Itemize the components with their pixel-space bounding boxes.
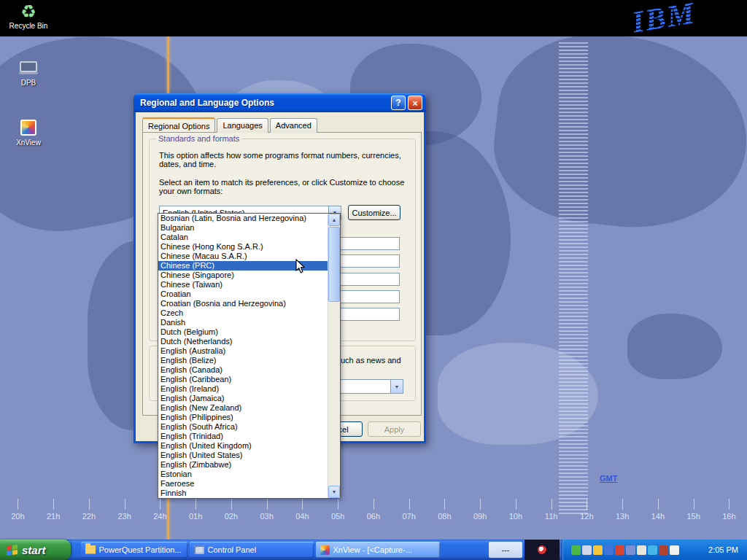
- hour-label: 03h: [256, 512, 278, 521]
- folder-icon: [85, 545, 96, 554]
- language-option[interactable]: English (South Africa): [158, 422, 328, 432]
- scroll-up-icon[interactable]: ▲: [328, 214, 340, 226]
- tray-icons: [571, 545, 708, 555]
- tab-strip: Regional Options Languages Advanced: [142, 118, 319, 133]
- tab-regional-options[interactable]: Regional Options: [142, 117, 215, 132]
- hour-label: 13h: [611, 512, 633, 521]
- language-option[interactable]: Chinese (Taiwan): [158, 280, 328, 289]
- language-option[interactable]: English (Canada): [158, 365, 328, 375]
- language-option[interactable]: Bulgarian: [158, 223, 328, 233]
- language-option[interactable]: English (Belize): [158, 356, 328, 365]
- apply-button[interactable]: Apply: [368, 421, 421, 437]
- language-option[interactable]: Croatian (Bosnia and Herzegovina): [158, 299, 328, 308]
- dialog-titlebar[interactable]: Regional and Language Options ? ×: [133, 93, 426, 112]
- tray-icon[interactable]: [648, 545, 657, 555]
- hour-label: 05h: [327, 512, 349, 521]
- hour-label: 04h: [291, 512, 313, 521]
- language-option[interactable]: Croatian: [158, 289, 328, 299]
- icon-label: Recycle Bin: [3, 22, 54, 30]
- language-option[interactable]: Danish: [158, 318, 328, 327]
- language-option[interactable]: Catalan: [158, 233, 328, 242]
- language-option[interactable]: English (Philippines): [158, 413, 328, 422]
- language-option[interactable]: English (Australia): [158, 346, 328, 356]
- hour-label: 21h: [42, 512, 64, 521]
- tray-icon[interactable]: [659, 545, 668, 555]
- help-button[interactable]: ?: [391, 96, 406, 110]
- language-option[interactable]: Estonian: [158, 470, 328, 479]
- language-option[interactable]: Dutch (Belgium): [158, 327, 328, 337]
- xnview-icon: [320, 545, 330, 555]
- language-list: Bosnian (Latin, Bosnia and Herzegovina) …: [158, 214, 328, 498]
- tray-icon[interactable]: [582, 545, 592, 555]
- gmt-label: GMT: [600, 474, 617, 483]
- desktop: GMT 20h21h22h23h24h01h02h03h04h05h06h07h…: [0, 0, 747, 560]
- dialog-title: Regional and Language Options: [140, 98, 389, 108]
- tray-icon[interactable]: [604, 545, 614, 555]
- hour-label: 09h: [469, 512, 491, 521]
- close-button[interactable]: ×: [408, 96, 422, 110]
- scroll-down-icon[interactable]: ▼: [328, 486, 340, 498]
- language-option[interactable]: Chinese (Hong Kong S.A.R.): [158, 242, 328, 252]
- start-button[interactable]: start: [0, 540, 71, 560]
- taskbar-button-xnview[interactable]: XnView - [<Capture-...: [316, 542, 440, 558]
- desktop-icon-dpb[interactable]: DPB: [3, 61, 54, 87]
- icon-label: XnView: [3, 139, 54, 147]
- tab-languages[interactable]: Languages: [217, 118, 268, 133]
- hour-label: 22h: [78, 512, 100, 521]
- language-option[interactable]: English (Ireland): [158, 384, 328, 394]
- language-option[interactable]: Czech: [158, 308, 328, 318]
- list-scrollbar[interactable]: ▲ ▼: [328, 214, 340, 498]
- taskbar-clock[interactable]: 2:05 PM: [708, 545, 741, 554]
- desktop-icon-xnview[interactable]: XnView: [3, 120, 54, 147]
- time-sample-field: [338, 273, 400, 286]
- system-tray: 2:05 PM: [562, 540, 747, 560]
- customize-button[interactable]: Customize...: [348, 205, 400, 220]
- ibm-logo: IBM: [630, 0, 698, 40]
- language-option[interactable]: Finnish: [158, 489, 328, 498]
- group-description: This option affects how some programs fo…: [159, 151, 401, 168]
- number-sample-field: [338, 237, 400, 250]
- hour-label: 06h: [363, 512, 384, 521]
- tray-icon[interactable]: [637, 545, 646, 555]
- scrollbar-thumb[interactable]: [328, 227, 340, 302]
- tray-icon[interactable]: [626, 545, 635, 555]
- taskbar-toolbar-button[interactable]: ---: [489, 542, 522, 558]
- language-option[interactable]: English (Jamaica): [158, 394, 328, 403]
- docked-toolbar[interactable]: [525, 540, 560, 560]
- wallpaper-continent: [487, 36, 747, 238]
- language-option[interactable]: Bosnian (Latin, Bosnia and Herzegovina): [158, 214, 328, 223]
- docked-app-icon: [538, 545, 546, 554]
- language-option[interactable]: English (United Kingdom): [158, 441, 328, 451]
- language-option[interactable]: Faeroese: [158, 479, 328, 489]
- tray-icon[interactable]: [670, 545, 679, 555]
- hour-label: 02h: [220, 512, 242, 521]
- tab-advanced[interactable]: Advanced: [270, 118, 317, 133]
- language-dropdown-list: Bosnian (Latin, Bosnia and Herzegovina) …: [158, 213, 341, 499]
- hour-label: 10h: [505, 512, 527, 521]
- timezone-hour-labels: 20h21h22h23h24h01h02h03h04h05h06h07h08h0…: [0, 512, 747, 521]
- language-option[interactable]: English (Trinidad): [158, 432, 328, 441]
- language-option[interactable]: English (Zimbabwe): [158, 460, 328, 470]
- tray-icon[interactable]: [615, 545, 624, 555]
- hour-label: 23h: [114, 512, 136, 521]
- language-option[interactable]: English (New Zealand): [158, 403, 328, 413]
- hour-label: 11h: [541, 512, 562, 521]
- recycle-bin-icon: ♻: [3, 3, 54, 20]
- language-option[interactable]: Dutch (Netherlands): [158, 337, 328, 346]
- hour-label: 14h: [647, 512, 669, 521]
- hour-label: 12h: [576, 512, 597, 521]
- chevron-down-icon[interactable]: ▼: [390, 380, 403, 393]
- location-combobox[interactable]: ▼: [338, 379, 403, 394]
- desktop-icon-recycle-bin[interactable]: ♻ Recycle Bin: [3, 3, 54, 30]
- icon-label: DPB: [3, 79, 54, 87]
- language-option[interactable]: English (Caribbean): [158, 375, 328, 384]
- taskbar-button-powerquest[interactable]: PowerQuest Partition...: [81, 542, 187, 558]
- tray-icon[interactable]: [571, 545, 581, 555]
- tray-icon[interactable]: [593, 545, 603, 555]
- language-option[interactable]: English (United States): [158, 451, 328, 460]
- hour-label: 16h: [718, 512, 740, 521]
- taskbar-button-control-panel[interactable]: Control Panel: [190, 542, 314, 558]
- short-date-sample-field: [338, 290, 400, 303]
- hour-label: 20h: [7, 512, 28, 521]
- group-instruction: Select an item to match its preferences,…: [159, 178, 413, 195]
